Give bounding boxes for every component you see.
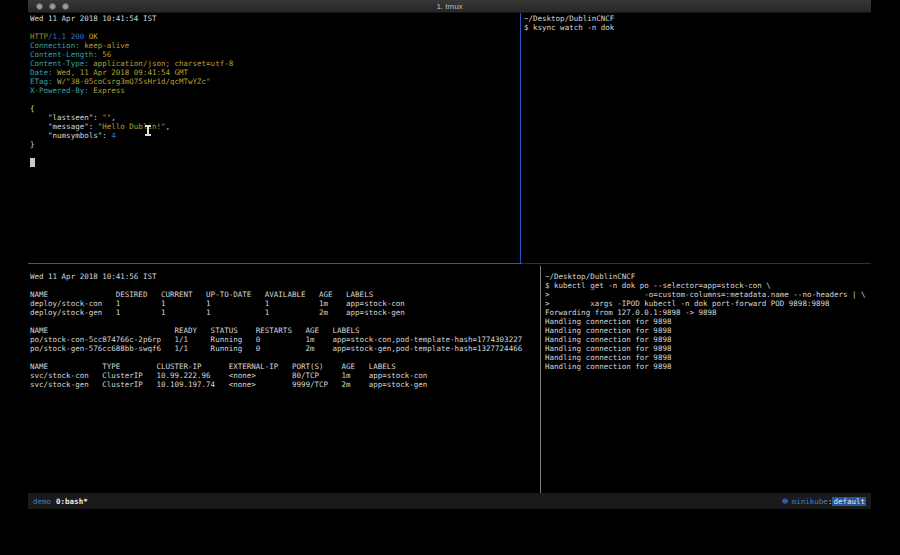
- terminal-line: Date: Wed, 11 Apr 2018 09:41:54 GMT: [30, 68, 520, 77]
- terminal-line: NAME READY STATUS RESTARTS AGE LABELS: [30, 326, 540, 335]
- terminal-line: Handling connection for 9898: [545, 353, 870, 362]
- pane-border-horizontal-left: [28, 263, 522, 264]
- terminal-line: po/stock-con-5cc874766c-2p6rp 1/1 Runnin…: [30, 335, 540, 344]
- mouse-cursor: [144, 125, 151, 135]
- terminal-line: Wed 11 Apr 2018 10:41:54 IST: [30, 14, 520, 23]
- terminal-line: "numsymbols": 4: [30, 131, 520, 140]
- kubernetes-helm-icon: ☸: [782, 497, 789, 506]
- terminal-line: [30, 23, 520, 32]
- pane-border-vertical-bottom: [540, 266, 541, 493]
- deployments-table: NAME DESIRED CURRENT UP-TO-DATE AVAILABL…: [30, 290, 540, 317]
- terminal-line: ETag: W/"38-05coCsrg3mQ75sHr1d/qcMTwYZc": [30, 77, 520, 86]
- terminal-line: Content-Length: 56: [30, 50, 520, 59]
- terminal-line: Content-Type: application/json; charset=…: [30, 59, 520, 68]
- status-left: demo0:bash*: [33, 497, 88, 506]
- kube-namespace: default: [832, 497, 866, 506]
- terminal-line: HTTP/1.1 200 OK: [30, 32, 520, 41]
- window-titlebar: 1. tmux: [28, 0, 871, 13]
- terminal-line: $ kubectl get -n dok po --selector=app=s…: [545, 281, 870, 290]
- kube-context: minikube: [792, 497, 828, 506]
- terminal-line: > -o=custom-columns=:metadata.name --no-…: [545, 290, 870, 299]
- window-title: 1. tmux: [28, 0, 871, 13]
- terminal-line: svc/stock-con ClusterIP 10.99.222.96 <no…: [30, 371, 540, 380]
- session-name: demo: [33, 497, 51, 506]
- tmux-status-bar: demo0:bash* ☸ minikube : default: [28, 493, 871, 509]
- terminal-line: Handling connection for 9898: [545, 317, 870, 326]
- terminal-line: "lastseen": "",: [30, 113, 520, 122]
- terminal-line: po/stock-gen-576cc688bb-swqf6 1/1 Runnin…: [30, 344, 540, 353]
- pane-port-forward[interactable]: ~/Desktop/DublinCNCF$ kubectl get -n dok…: [545, 272, 870, 491]
- pane-http-response[interactable]: Wed 11 Apr 2018 10:41:54 IST HTTP/1.1 20…: [30, 14, 520, 262]
- window-label-bash[interactable]: 0:bash*: [56, 497, 88, 506]
- terminal-line: Forwarding from 127.0.0.1:9898 -> 9898: [545, 308, 870, 317]
- terminal-line: NAME DESIRED CURRENT UP-TO-DATE AVAILABL…: [30, 290, 540, 299]
- kube-context-status: ☸ minikube : default: [782, 497, 866, 506]
- pane-border-vertical-top: [520, 13, 521, 264]
- terminal-line: X-Powered-By: Express: [30, 86, 520, 95]
- terminal-line: {: [30, 104, 520, 113]
- timestamp: Wed 11 Apr 2018 10:41:56 IST: [30, 272, 540, 281]
- pods-table: NAME READY STATUS RESTARTS AGE LABELSpo/…: [30, 326, 540, 353]
- terminal-line: "message": "Hello Dublin!",: [30, 122, 520, 131]
- terminal-line: }: [30, 140, 520, 149]
- terminal-line: Handling connection for 9898: [545, 362, 870, 371]
- terminal-line: svc/stock-gen ClusterIP 10.109.197.74 <n…: [30, 380, 540, 389]
- pane-border-horizontal-right: [522, 263, 871, 264]
- terminal-line: NAME TYPE CLUSTER-IP EXTERNAL-IP PORT(S)…: [30, 362, 540, 371]
- services-table: NAME TYPE CLUSTER-IP EXTERNAL-IP PORT(S)…: [30, 362, 540, 389]
- terminal-line: [30, 95, 520, 104]
- terminal-line: > xargs -IPOD kubectl -n dok port-forwar…: [545, 299, 870, 308]
- terminal-line: ~/Desktop/DublinCNCF: [545, 272, 870, 281]
- terminal-line: deploy/stock-gen 1 1 1 1 2m app=stock-ge…: [30, 308, 540, 317]
- terminal-line: Handling connection for 9898: [545, 335, 870, 344]
- terminal-line: Connection: keep-alive: [30, 41, 520, 50]
- pane-ksync-watch[interactable]: ~/Desktop/DublinCNCF$ ksync watch -n dok: [524, 14, 870, 262]
- pane-kubectl-get[interactable]: Wed 11 Apr 2018 10:41:56 IST NAME DESIRE…: [30, 272, 540, 491]
- terminal-line: $ ksync watch -n dok: [524, 23, 870, 32]
- terminal-line: Handling connection for 9898: [545, 326, 870, 335]
- terminal-line: deploy/stock-con 1 1 1 1 1m app=stock-co…: [30, 299, 540, 308]
- terminal-line: [30, 149, 520, 158]
- terminal-line: ~/Desktop/DublinCNCF: [524, 14, 870, 23]
- terminal-line: Handling connection for 9898: [545, 344, 870, 353]
- terminal-line: [30, 158, 520, 167]
- terminal-window: 1. tmux Wed 11 Apr 2018 10:41:54 IST HTT…: [28, 0, 871, 510]
